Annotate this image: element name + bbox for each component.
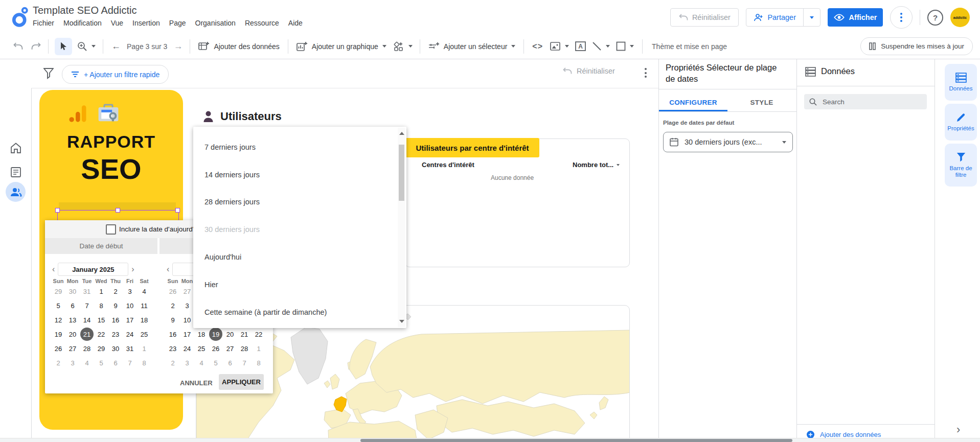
calendar-day[interactable]: 24 <box>123 327 137 341</box>
report-title[interactable]: Template SEO Addictic <box>33 5 136 16</box>
line-tool-button[interactable] <box>592 41 610 51</box>
interest-metric-header[interactable]: Nombre tot... <box>573 161 620 169</box>
date-range-option[interactable]: 28 derniers jours <box>193 189 406 216</box>
menu-item[interactable]: Insertion <box>128 19 165 27</box>
calendar-day[interactable]: 3 <box>123 284 137 298</box>
calendar-day[interactable]: 6 <box>108 356 123 370</box>
calendar-day[interactable]: 30 <box>65 284 80 298</box>
selection-handle[interactable] <box>116 208 120 213</box>
menu-item[interactable]: Organisation <box>191 19 240 27</box>
tab-configure[interactable]: CONFIGURER <box>659 93 727 111</box>
menu-item[interactable]: Aide <box>284 19 307 27</box>
calendar-day[interactable]: 7 <box>80 298 94 313</box>
embed-tool-button[interactable]: <> <box>532 42 543 51</box>
collapse-panel-button[interactable]: › <box>956 423 960 436</box>
date-range-option[interactable]: 14 derniers jours <box>193 161 406 189</box>
calendar-day[interactable]: 5 <box>51 298 65 313</box>
add-quick-filter-button[interactable]: + Ajouter un filtre rapide <box>62 65 169 84</box>
calendar-day[interactable]: 26 <box>209 341 223 356</box>
calendar-day[interactable]: 22 <box>94 327 108 341</box>
calendar-day[interactable]: 26 <box>166 284 180 298</box>
date-range-option[interactable]: Hier <box>193 271 406 298</box>
calendar-day[interactable]: 19 <box>51 327 65 341</box>
date-range-option[interactable]: 7 derniers jours <box>193 133 406 161</box>
calendar-day[interactable]: 11 <box>137 298 151 313</box>
shape-tool-button[interactable] <box>616 41 634 51</box>
map-country-france[interactable] <box>334 397 347 412</box>
calendar-day[interactable]: 17 <box>180 327 194 341</box>
calendar-day[interactable]: 25 <box>194 341 209 356</box>
undo-button[interactable] <box>13 42 23 50</box>
rail-properties-button[interactable]: Propriétés <box>945 104 977 141</box>
horizontal-scrollbar-thumb[interactable] <box>360 439 792 442</box>
rail-data-button[interactable]: Données <box>945 64 977 101</box>
calendar-day[interactable]: 12 <box>51 313 65 327</box>
add-chart-button[interactable]: Ajouter un graphique <box>297 41 386 52</box>
menu-item[interactable]: Vue <box>106 19 128 27</box>
previous-month-button[interactable]: ‹ <box>164 265 172 274</box>
include-today-checkbox[interactable] <box>106 224 116 235</box>
theme-layout-button[interactable]: Thème et mise en page <box>652 42 727 51</box>
calendar-day[interactable]: 27 <box>223 341 237 356</box>
calendar-day[interactable]: 5 <box>209 356 223 370</box>
home-nav-button[interactable] <box>10 142 22 154</box>
calendar-day[interactable]: 30 <box>108 341 123 356</box>
select-tool-button[interactable] <box>55 38 72 55</box>
calendar-day[interactable]: 8 <box>94 298 108 313</box>
interest-dimension-header[interactable]: Centres d'intérêt <box>422 161 474 169</box>
calendar-day[interactable]: 17 <box>123 313 137 327</box>
scrollbar-thumb[interactable] <box>399 145 404 201</box>
previous-month-button[interactable]: ‹ <box>49 265 58 274</box>
calendar-day[interactable]: 1 <box>252 341 266 356</box>
menu-item[interactable]: Modification <box>59 19 106 27</box>
help-button[interactable]: ? <box>927 10 943 26</box>
calendar-day[interactable]: 14 <box>80 313 94 327</box>
calendar-day[interactable]: 4 <box>137 284 151 298</box>
calendar-day[interactable]: 25 <box>137 327 151 341</box>
add-data-button[interactable]: Ajouter des données <box>198 41 279 51</box>
calendar-day[interactable]: 31 <box>123 341 137 356</box>
calendar-day[interactable]: 16 <box>108 313 123 327</box>
calendar-day[interactable]: 29 <box>51 284 65 298</box>
apply-button[interactable]: APPLIQUER <box>219 374 264 390</box>
calendar-day[interactable]: 21 <box>237 327 252 341</box>
calendar-day[interactable]: 7 <box>123 356 137 370</box>
rail-filter-bar-button[interactable]: Barre de filtre <box>945 144 977 187</box>
calendar-day[interactable]: 18 <box>137 313 151 327</box>
calendar-day[interactable]: 20 <box>223 327 237 341</box>
selection-handle[interactable] <box>175 208 180 213</box>
page-indicator[interactable]: Page 3 sur 3 <box>127 42 167 51</box>
horizontal-scrollbar[interactable] <box>0 438 980 442</box>
account-avatar[interactable]: addictic <box>950 8 970 27</box>
calendar-day[interactable]: 2 <box>166 298 180 313</box>
calendar-day[interactable]: 5 <box>94 356 108 370</box>
calendar-day[interactable]: 9 <box>108 298 123 313</box>
start-date-field[interactable]: Date de début <box>45 238 157 254</box>
menu-item[interactable]: Page <box>165 19 191 27</box>
calendar-day[interactable]: 22 <box>252 327 266 341</box>
calendar-day[interactable]: 6 <box>65 298 80 313</box>
calendar-day[interactable]: 7 <box>237 356 252 370</box>
search-input[interactable] <box>822 98 916 106</box>
next-page-button[interactable]: → <box>173 41 183 52</box>
image-tool-button[interactable] <box>550 42 569 51</box>
data-search[interactable] <box>804 94 927 109</box>
calendar-day[interactable]: 28 <box>80 341 94 356</box>
calendar-day[interactable]: 23 <box>108 327 123 341</box>
calendar-day[interactable]: 27 <box>65 341 80 356</box>
calendar-day[interactable]: 21 <box>80 328 94 341</box>
filter-reset-button[interactable]: Réinitialiser <box>563 67 615 75</box>
share-options-dropdown[interactable] <box>803 9 820 26</box>
calendar-day[interactable]: 31 <box>80 284 94 298</box>
calendar-day[interactable]: 8 <box>137 356 151 370</box>
calendar-day[interactable]: 10 <box>180 313 194 327</box>
calendar-day[interactable]: 1 <box>137 341 151 356</box>
share-button[interactable]: Partager <box>746 9 803 26</box>
calendar-day[interactable]: 24 <box>180 341 194 356</box>
next-month-button[interactable]: › <box>128 265 137 274</box>
redo-button[interactable] <box>31 42 41 50</box>
calendar-day[interactable]: 19 <box>209 328 222 341</box>
community-visualizations-button[interactable] <box>394 41 413 52</box>
sharing-nav-button[interactable] <box>6 182 26 202</box>
calendar-day[interactable]: 15 <box>94 313 108 327</box>
